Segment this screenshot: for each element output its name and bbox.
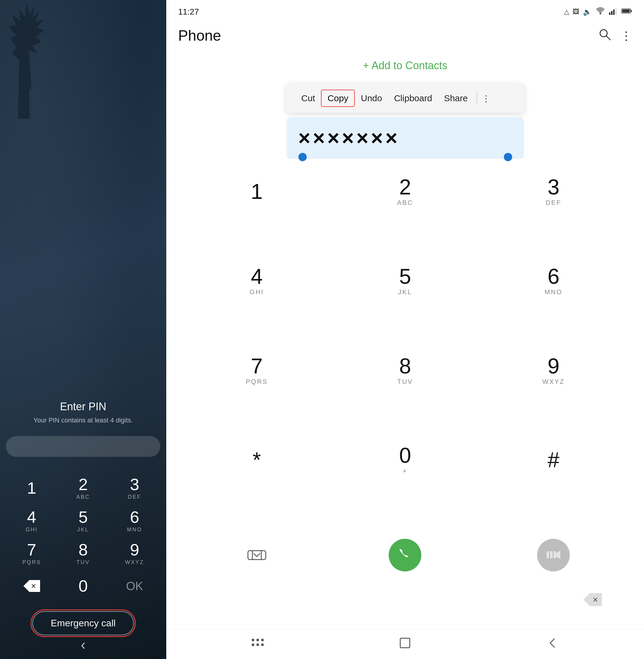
dialer-input[interactable]: ××××××× <box>286 117 524 159</box>
menu-nav-icon <box>251 638 264 648</box>
phone-header: Phone ⋮ <box>166 21 644 50</box>
header-icons: ⋮ <box>598 28 632 44</box>
lock-key-9[interactable]: 9 WXYZ <box>109 537 160 570</box>
copy-button[interactable]: Copy <box>321 90 355 107</box>
dialer-key-hash[interactable]: # <box>481 436 626 484</box>
svg-marker-15 <box>556 551 560 559</box>
video-camera-icon <box>546 547 562 563</box>
dialer-key-0[interactable]: 0 + <box>332 436 478 484</box>
lock-key-5[interactable]: 5 JKL <box>57 504 109 537</box>
cut-button[interactable]: Cut <box>295 90 321 106</box>
dialer-value: ××××××× <box>298 126 400 149</box>
dialer-key-9[interactable]: 9 WXYZ <box>481 347 626 394</box>
dialer-key-5[interactable]: 5 JKL <box>332 257 478 305</box>
context-menu-wrapper: Cut Copy Undo Clipboard Share ⋮ <box>178 84 632 113</box>
nav-menu-button[interactable] <box>251 638 264 651</box>
context-menu: Cut Copy Undo Clipboard Share ⋮ <box>286 84 524 113</box>
voicemail-button[interactable] <box>184 534 329 576</box>
battery-icon <box>621 8 632 16</box>
status-icons: △ 🖼 🔈 <box>564 7 632 17</box>
lock-key-8[interactable]: 8 TUV <box>57 537 109 570</box>
wifi-icon <box>595 7 605 17</box>
nav-back-button[interactable] <box>546 636 559 652</box>
context-menu-more-button[interactable]: ⋮ <box>482 93 490 103</box>
svg-rect-24 <box>261 643 264 646</box>
left-bottom-nav: ‹ <box>81 636 86 653</box>
lock-key-3[interactable]: 3 DEF <box>109 472 160 504</box>
video-btn-circle[interactable] <box>537 539 570 571</box>
svg-rect-11 <box>248 551 266 560</box>
svg-rect-4 <box>613 9 615 15</box>
tree-silhouette <box>0 0 60 119</box>
back-nav-icon <box>546 636 559 650</box>
image-notification-icon: 🖼 <box>573 8 579 16</box>
svg-line-10 <box>606 36 610 40</box>
dialer-key-8[interactable]: 8 TUV <box>332 347 478 394</box>
dialer-key-2[interactable]: 2 ABC <box>332 168 478 215</box>
backspace-icon: ✕ <box>23 580 41 592</box>
lock-screen-panel: Enter PIN Your PIN contains at least 4 d… <box>0 0 166 659</box>
svg-rect-14 <box>547 551 556 558</box>
phone-title: Phone <box>178 27 221 44</box>
dialer-actions: ✕ <box>166 528 644 626</box>
alert-icon: △ <box>564 8 569 16</box>
svg-rect-19 <box>252 639 254 641</box>
search-icon[interactable] <box>598 28 611 44</box>
phone-call-icon <box>397 547 413 563</box>
svg-rect-7 <box>630 10 632 12</box>
enter-pin-title: Enter PIN <box>60 400 106 413</box>
lock-key-2[interactable]: 2 ABC <box>57 472 109 504</box>
svg-text:✕: ✕ <box>592 596 598 604</box>
status-time: 11:27 <box>178 7 199 17</box>
lock-key-7[interactable]: 7 PQRS <box>6 537 57 570</box>
mute-icon: 🔈 <box>583 8 592 16</box>
status-bar: 11:27 △ 🖼 🔈 <box>166 0 644 21</box>
dialer-key-4[interactable]: 4 GHI <box>184 257 329 305</box>
lock-keypad: 1 2 ABC 3 DEF 4 GHI 5 JKL 6 MNO <box>6 472 160 602</box>
share-button[interactable]: Share <box>438 90 474 106</box>
svg-point-1 <box>600 13 601 15</box>
cursor-left <box>298 153 307 161</box>
svg-text:✕: ✕ <box>31 582 36 590</box>
dialer-backspace-icon: ✕ <box>583 592 602 607</box>
lock-key-4[interactable]: 4 GHI <box>6 504 57 537</box>
add-to-contacts-button[interactable]: + Add to Contacts <box>166 50 644 81</box>
pin-input-bar[interactable] <box>6 436 160 457</box>
svg-rect-8 <box>622 9 630 13</box>
call-btn-circle[interactable] <box>389 539 421 571</box>
nav-home-button[interactable] <box>398 636 412 652</box>
lock-content: Enter PIN Your PIN contains at least 4 d… <box>0 400 166 635</box>
dialer-keypad: 1 2 ABC 3 DEF 4 GHI 5 JKL 6 MNO 7 PQRS 8… <box>166 162 644 528</box>
lock-key-6[interactable]: 6 MNO <box>109 504 160 537</box>
left-back-button[interactable]: ‹ <box>81 636 86 653</box>
lock-key-1[interactable]: 1 <box>6 472 57 504</box>
svg-rect-3 <box>611 11 613 15</box>
lock-key-ok[interactable]: OK <box>109 570 160 602</box>
undo-button[interactable]: Undo <box>355 90 388 106</box>
lock-key-0[interactable]: 0 <box>57 570 109 602</box>
video-call-button[interactable] <box>481 534 626 576</box>
svg-rect-23 <box>256 643 259 646</box>
svg-rect-25 <box>400 638 410 648</box>
dialer-key-3[interactable]: 3 DEF <box>481 168 626 215</box>
dialer-key-1[interactable]: 1 <box>184 168 329 215</box>
dialer-backspace-button[interactable]: ✕ <box>481 579 626 620</box>
svg-rect-21 <box>261 639 264 641</box>
svg-rect-2 <box>609 13 611 15</box>
dialer-key-star[interactable]: * <box>184 436 329 484</box>
emergency-call-button[interactable]: Emergency call <box>32 611 134 635</box>
dialer-input-wrapper: ××××××× <box>178 117 632 159</box>
more-options-icon[interactable]: ⋮ <box>620 29 632 43</box>
call-button[interactable] <box>332 534 478 576</box>
signal-icon <box>609 7 618 17</box>
cursor-right <box>504 153 512 161</box>
bottom-navigation <box>166 629 644 659</box>
enter-pin-subtitle: Your PIN contains at least 4 digits. <box>33 417 133 424</box>
menu-divider <box>477 92 477 104</box>
dialer-key-7[interactable]: 7 PQRS <box>184 347 329 394</box>
phone-dialer-panel: 11:27 △ 🖼 🔈 Phone ⋮ + Add to Contacts <box>166 0 644 659</box>
dialer-key-6[interactable]: 6 MNO <box>481 257 626 305</box>
lock-key-backspace[interactable]: ✕ <box>6 570 57 602</box>
clipboard-button[interactable]: Clipboard <box>388 90 438 106</box>
svg-rect-5 <box>615 8 617 15</box>
